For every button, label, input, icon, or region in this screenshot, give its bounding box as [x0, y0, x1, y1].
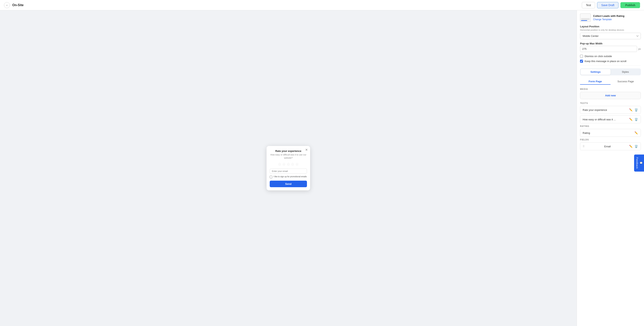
canvas-area: ✕ Rate your experience How easy or diffi… — [0, 10, 577, 326]
page-title: On-Site — [12, 3, 24, 7]
template-row: Collect Leads with Rating Change Templat… — [580, 14, 641, 22]
width-input[interactable] — [580, 46, 637, 52]
rating-section-header: RATING — [580, 125, 641, 127]
save-draft-button[interactable]: Save Draft — [597, 2, 618, 8]
tab-styles[interactable]: Styles — [610, 69, 640, 75]
template-info: Collect Leads with Rating Change Templat… — [593, 15, 641, 21]
fields-item: ⠿ Email ✏️ 🗑️ — [580, 142, 641, 150]
star-rating[interactable]: ☆ ☆ ☆ ☆ ☆ — [270, 162, 307, 167]
text-item-actions-2: ✏️ 🗑️ — [629, 117, 638, 121]
test-button[interactable]: Test — [582, 2, 595, 8]
width-unit: px — [638, 48, 641, 50]
back-icon: ‹ — [6, 4, 8, 7]
header-left: ‹ On-Site — [4, 2, 24, 8]
layout-position-sublabel: Horizontal position is only for desktop … — [580, 29, 641, 31]
popup-widget: ✕ Rate your experience How easy or diffi… — [266, 146, 310, 190]
right-panel: Collect Leads with Rating Change Templat… — [577, 10, 644, 326]
popup-max-width-label: Pop-up Max Width — [580, 42, 641, 45]
field-email-label: Email — [604, 145, 611, 148]
checkbox-row: I like to sign up for promotional emails — [270, 175, 307, 178]
text-item-label-2: How easy or difficult was it ... — [582, 118, 629, 121]
edit-field-button[interactable]: ✏️ — [629, 144, 633, 148]
popup-close-icon[interactable]: ✕ — [305, 148, 308, 152]
tab-form-page[interactable]: Form Page — [580, 79, 610, 85]
width-row: px — [580, 46, 641, 52]
edit-text-2-button[interactable]: ✏️ — [629, 117, 633, 121]
text-item: Rate your experience ✏️ 🗑️ — [580, 106, 641, 114]
delete-text-2-button[interactable]: 🗑️ — [634, 117, 638, 121]
drag-handle-icon[interactable]: ⠿ — [582, 145, 584, 148]
fields-section-header: FIELDS — [580, 138, 641, 141]
text-item-label-1: Rate your experience — [582, 108, 629, 111]
tab-success-page[interactable]: Success Page — [610, 79, 641, 85]
layout-position-select[interactable]: Middle Center Top Left Top Center Top Ri… — [580, 33, 641, 39]
email-field[interactable] — [270, 169, 307, 174]
feedback-icon: 💬 — [640, 161, 642, 165]
main-tabs: Settings Styles — [580, 68, 641, 75]
promo-checkbox[interactable] — [270, 176, 272, 178]
star-4[interactable]: ☆ — [291, 162, 294, 167]
dismiss-label: Dismiss on click outside — [584, 55, 612, 58]
promo-label: I like to sign up for promotional emails — [274, 175, 307, 178]
texts-section-header: TEXTS — [580, 102, 641, 104]
sub-tabs: Form Page Success Page — [580, 79, 641, 85]
popup-title: Rate your experience — [270, 149, 307, 152]
edit-rating-button[interactable]: ✏️ — [634, 131, 638, 135]
star-2[interactable]: ☆ — [282, 162, 286, 167]
star-1[interactable]: ☆ — [278, 162, 282, 167]
header-right: Test Save Draft Publish — [582, 2, 640, 8]
header: ‹ On-Site Test Save Draft Publish — [0, 0, 644, 10]
keep-scroll-checkbox-row: Keep this message in place on scroll — [580, 60, 641, 63]
edit-text-1-button[interactable]: ✏️ — [629, 108, 633, 112]
star-5[interactable]: ☆ — [295, 162, 299, 167]
publish-button[interactable]: Publish — [620, 2, 640, 8]
keep-scroll-label: Keep this message in place on scroll — [584, 60, 626, 63]
template-thumbnail — [580, 14, 591, 22]
field-actions: ✏️ 🗑️ — [629, 144, 638, 148]
add-new-media-button[interactable]: Add new — [580, 92, 641, 99]
delete-field-button[interactable]: 🗑️ — [634, 144, 638, 148]
text-item-2: How easy or difficult was it ... ✏️ 🗑️ — [580, 115, 641, 123]
delete-text-1-button[interactable]: 🗑️ — [634, 108, 638, 112]
feedback-label: Feedback — [636, 157, 638, 169]
divider-1 — [580, 65, 641, 66]
rating-item: Rating ✏️ — [580, 129, 641, 137]
dismiss-checkbox-row: Dismiss on click outside — [580, 55, 641, 58]
keep-scroll-checkbox[interactable] — [580, 60, 583, 63]
popup-subtitle: How easy or difficult was it to use our … — [270, 153, 307, 159]
main-layout: ✕ Rate your experience How easy or diffi… — [0, 10, 644, 326]
star-3[interactable]: ☆ — [286, 162, 290, 167]
feedback-tab[interactable]: 💬 Feedback — [634, 154, 644, 172]
tab-settings[interactable]: Settings — [581, 69, 610, 75]
change-template-button[interactable]: Change Template — [593, 18, 612, 21]
send-button[interactable]: Send — [270, 181, 307, 187]
rating-label: Rating — [582, 131, 590, 134]
text-item-actions-1: ✏️ 🗑️ — [629, 108, 638, 112]
layout-position-label: Layout Position — [580, 25, 641, 28]
dismiss-checkbox[interactable] — [580, 55, 583, 58]
back-button[interactable]: ‹ — [4, 2, 10, 8]
media-section-header: MEDIA — [580, 88, 641, 90]
template-name: Collect Leads with Rating — [593, 15, 641, 18]
